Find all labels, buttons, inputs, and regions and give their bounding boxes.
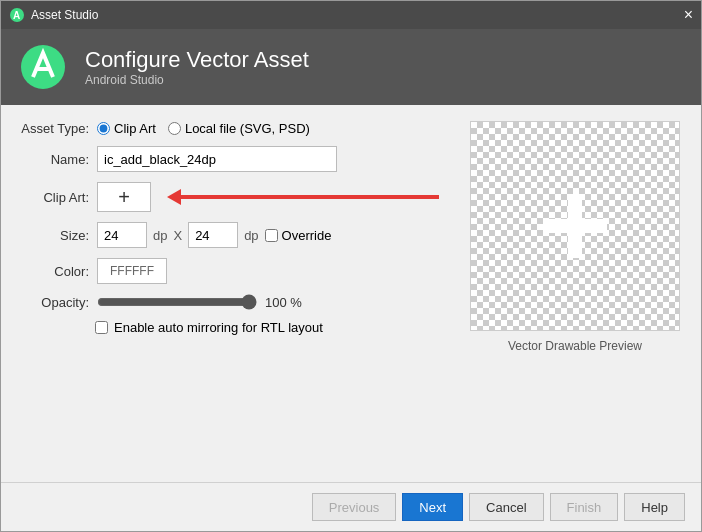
title-bar-left: A Asset Studio bbox=[9, 7, 98, 23]
name-row: Name: bbox=[17, 146, 449, 172]
size-inputs: dp X dp Override bbox=[97, 222, 331, 248]
preview-icon bbox=[535, 186, 615, 266]
finish-button[interactable]: Finish bbox=[550, 493, 619, 521]
asset-studio-window: A Asset Studio × Configure Vector Asset … bbox=[0, 0, 702, 532]
header-text: Configure Vector Asset Android Studio bbox=[85, 47, 309, 87]
local-file-radio[interactable] bbox=[168, 122, 181, 135]
opacity-row: Opacity: 100 % bbox=[17, 294, 449, 310]
name-label: Name: bbox=[17, 152, 89, 167]
dp-x-label: dp bbox=[153, 228, 167, 243]
cancel-button[interactable]: Cancel bbox=[469, 493, 543, 521]
rtl-label: Enable auto mirroring for RTL layout bbox=[114, 320, 323, 335]
size-label: Size: bbox=[17, 228, 89, 243]
arrow-line bbox=[179, 195, 439, 199]
preview-label: Vector Drawable Preview bbox=[508, 339, 642, 353]
help-button[interactable]: Help bbox=[624, 493, 685, 521]
name-input[interactable] bbox=[97, 146, 337, 172]
size-x-separator: X bbox=[173, 228, 182, 243]
opacity-controls: 100 % bbox=[97, 294, 302, 310]
preview-box bbox=[470, 121, 680, 331]
title-bar: A Asset Studio × bbox=[1, 1, 701, 29]
close-button[interactable]: × bbox=[684, 7, 693, 23]
rtl-row: Enable auto mirroring for RTL layout bbox=[17, 320, 449, 335]
next-button[interactable]: Next bbox=[402, 493, 463, 521]
clip-art-row-label: Clip Art: bbox=[17, 190, 89, 205]
preview-area: Vector Drawable Preview bbox=[465, 121, 685, 466]
color-label: Color: bbox=[17, 264, 89, 279]
color-value: FFFFFF bbox=[110, 264, 154, 278]
svg-text:A: A bbox=[13, 10, 20, 21]
asset-type-label: Asset Type: bbox=[17, 121, 89, 136]
clip-art-radio[interactable] bbox=[97, 122, 110, 135]
app-icon: A bbox=[9, 7, 25, 23]
size-row: Size: dp X dp Override bbox=[17, 222, 449, 248]
opacity-label: Opacity: bbox=[17, 295, 89, 310]
header-title: Configure Vector Asset bbox=[85, 47, 309, 73]
size-height-input[interactable] bbox=[188, 222, 238, 248]
asset-type-row: Asset Type: Clip Art Local file (SVG, PS… bbox=[17, 121, 449, 136]
override-checkbox[interactable] bbox=[265, 229, 278, 242]
clip-art-row: Clip Art: + bbox=[17, 182, 449, 212]
red-arrow bbox=[167, 189, 439, 205]
color-picker[interactable]: FFFFFF bbox=[97, 258, 167, 284]
header-subtitle: Android Studio bbox=[85, 73, 309, 87]
form-area: Asset Type: Clip Art Local file (SVG, PS… bbox=[17, 121, 449, 466]
rtl-checkbox[interactable] bbox=[95, 321, 108, 334]
content-area: Asset Type: Clip Art Local file (SVG, PS… bbox=[1, 105, 701, 482]
override-label: Override bbox=[282, 228, 332, 243]
svg-rect-5 bbox=[543, 219, 607, 233]
override-check[interactable]: Override bbox=[265, 228, 332, 243]
local-file-option[interactable]: Local file (SVG, PSD) bbox=[168, 121, 310, 136]
clip-art-label: Clip Art bbox=[114, 121, 156, 136]
window-title: Asset Studio bbox=[31, 8, 98, 22]
opacity-value: 100 % bbox=[265, 295, 302, 310]
asset-type-radio-group: Clip Art Local file (SVG, PSD) bbox=[97, 121, 310, 136]
local-file-label: Local file (SVG, PSD) bbox=[185, 121, 310, 136]
clip-art-button[interactable]: + bbox=[97, 182, 151, 212]
opacity-slider[interactable] bbox=[97, 294, 257, 310]
clip-art-option[interactable]: Clip Art bbox=[97, 121, 156, 136]
previous-button[interactable]: Previous bbox=[312, 493, 397, 521]
dp-y-label: dp bbox=[244, 228, 258, 243]
header-bar: Configure Vector Asset Android Studio bbox=[1, 29, 701, 105]
android-logo bbox=[17, 41, 69, 93]
footer: Previous Next Cancel Finish Help bbox=[1, 482, 701, 531]
size-width-input[interactable] bbox=[97, 222, 147, 248]
color-row: Color: FFFFFF bbox=[17, 258, 449, 284]
